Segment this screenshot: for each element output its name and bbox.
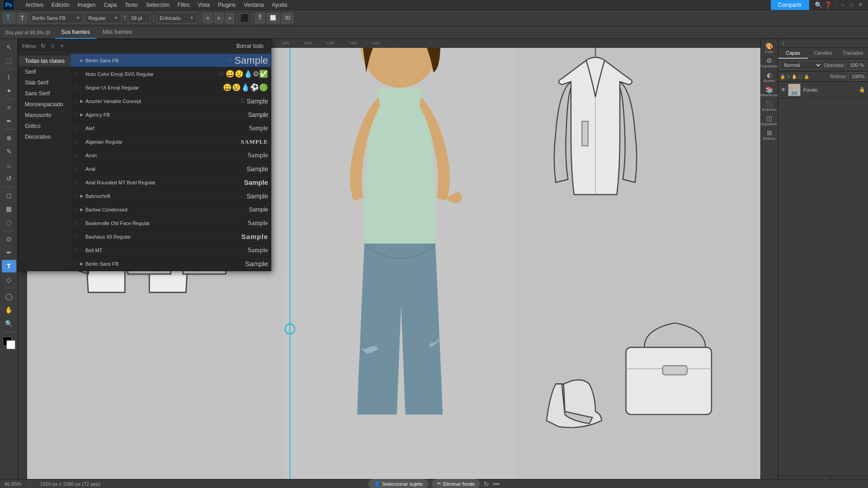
close-btn[interactable]: ✕ — [857, 1, 864, 9]
font-row-algerian[interactable]: ☆ Algerian Regular SAMPLE — [71, 135, 271, 149]
menu-imagen[interactable]: Imagen — [74, 0, 99, 9]
gradient-tool[interactable]: ▦ — [2, 202, 16, 215]
lock-artboard-btn[interactable]: ⬡ — [798, 74, 802, 79]
character-panel-btn[interactable]: ⬜ — [267, 13, 279, 23]
properties-panel-icon[interactable]: ⚙ Propiedades — [763, 56, 776, 69]
type-tool[interactable]: T — [2, 260, 16, 272]
menu-vista[interactable]: Vista — [194, 0, 213, 9]
info-noto[interactable]: ⓘ — [219, 70, 224, 77]
cat-decorativo[interactable]: Decorativo — [19, 131, 71, 142]
refresh-filter-icon[interactable]: ↻ — [40, 42, 47, 50]
tool-preset-btn[interactable]: T — [3, 13, 15, 23]
blur-tool[interactable]: ◌ — [2, 216, 16, 229]
pen-tool[interactable]: ✒ — [2, 246, 16, 259]
align-center-btn[interactable]: ≡ — [214, 13, 223, 23]
font-row-amiri[interactable]: ☆ Amiri Sample — [71, 149, 271, 162]
adjustments-panel-icon[interactable]: ◐ Ajustes — [763, 70, 776, 83]
font-row-bahnschrift[interactable]: ☆ ▶ Bahnschrift Sample — [71, 189, 271, 203]
menu-ayuda[interactable]: Ayuda — [268, 0, 291, 9]
arrow-barlow[interactable]: ▶ — [80, 207, 84, 212]
brush-tool[interactable]: ✎ — [2, 145, 16, 158]
cat-mono[interactable]: Monoespaciado — [19, 99, 71, 110]
hand-tool[interactable]: ✋ — [2, 304, 16, 316]
star-acumin[interactable]: ☆ — [73, 98, 78, 104]
menu-filtro[interactable]: Filtro — [174, 0, 193, 9]
star-amiri[interactable]: ☆ — [73, 152, 78, 159]
remove-bg-btn[interactable]: ✂ Eliminar fondo — [432, 479, 480, 488]
warp-text-btn[interactable]: T̃ — [255, 13, 265, 23]
font-row-arial-rounded[interactable]: ☆ Arial Rounded MT Bold Regular Sample — [71, 176, 271, 189]
anti-alias-selector[interactable]: Enfocado ▼ — [156, 13, 197, 23]
star-arial[interactable]: ☆ — [73, 166, 78, 172]
share-button[interactable]: Compartir — [771, 0, 809, 11]
cat-gotico[interactable]: Gótico — [19, 121, 71, 131]
eraser-tool[interactable]: ◻ — [2, 189, 16, 202]
menu-seleccion[interactable]: Selección — [142, 0, 173, 9]
menu-edicion[interactable]: Edición — [48, 0, 73, 9]
star-baskerville[interactable]: ☆ — [73, 220, 78, 226]
align-right-btn[interactable]: ≡ — [225, 13, 234, 23]
opacity-input[interactable] — [846, 61, 866, 70]
star-segoe[interactable]: ☆ — [73, 84, 78, 91]
color-swatches[interactable] — [2, 336, 16, 350]
font-row-agency[interactable]: ☆ ▶ Agency FB Sample — [71, 108, 271, 122]
spot-heal-tool[interactable]: ⊕ — [2, 131, 16, 144]
layer-item-fondo[interactable]: 👁 Fondo 🔒 — [778, 82, 868, 98]
font-family-selector[interactable]: Berlin Sans FB ▼ — [29, 13, 84, 23]
tab-sus-fuentes[interactable]: Sus fuentes — [55, 26, 96, 39]
font-style-selector[interactable]: Regular ▼ — [85, 13, 122, 23]
layer-visibility-fondo[interactable]: 👁 — [781, 87, 786, 93]
font-row-barlow[interactable]: ☆ ▶ Barlow Condensed Sample — [71, 203, 271, 216]
cat-slab[interactable]: Slab Serif — [19, 77, 71, 88]
select-subject-btn[interactable]: 👤 Seleccionar sujeto — [368, 479, 428, 488]
patterns-panel-icon[interactable]: ⊞ Motivos — [763, 128, 776, 141]
menu-texto[interactable]: Texto — [121, 0, 142, 9]
tab-mas-fuentes[interactable]: Más fuentes — [96, 26, 138, 39]
maximize-btn[interactable]: □ — [848, 1, 855, 9]
cat-manuscrito[interactable]: Manuscrito — [19, 110, 71, 121]
cat-sans[interactable]: Sans Serif — [19, 88, 71, 99]
arrow-bahnschrift[interactable]: ▶ — [80, 193, 84, 198]
context-rotate-icon[interactable]: ↻ — [484, 480, 489, 488]
history-brush-tool[interactable]: ↺ — [2, 172, 16, 185]
menu-capa[interactable]: Capa — [100, 0, 120, 9]
star-bauhaus[interactable]: ☆ — [73, 234, 78, 240]
clear-filters-btn[interactable]: Borrar todo — [233, 42, 267, 50]
font-row-bauhaus[interactable]: ☆ Bauhaus 93 Regular Sample — [71, 230, 271, 244]
move-tool[interactable]: ↖ — [2, 41, 16, 53]
tab-trazados[interactable]: Trazados — [838, 48, 868, 59]
tab-canales[interactable]: Canales — [808, 48, 838, 59]
panel-collapse-arrow[interactable]: 《 — [780, 40, 866, 47]
star-barlow[interactable]: ☆ — [73, 206, 78, 213]
star-arial-rounded[interactable]: ☆ — [73, 179, 78, 186]
blend-mode-select[interactable]: Normal — [780, 61, 822, 70]
menu-archivo[interactable]: Archivo — [22, 0, 47, 9]
star-algerian[interactable]: ☆ — [73, 139, 78, 145]
orientation-btn[interactable]: T — [17, 13, 28, 23]
search-icon[interactable]: 🔍 — [815, 1, 822, 9]
font-row-acumin[interactable]: ☆ ▶ Acumin Variable Concept ⓘ Sample — [71, 94, 271, 108]
star-bahnschrift[interactable]: ☆ — [73, 193, 78, 199]
star-berlin-top[interactable]: ☆ — [73, 57, 78, 64]
text-color-swatch[interactable] — [240, 14, 249, 23]
star-bellmt[interactable]: ☆ — [73, 247, 78, 253]
font-row-baskerville[interactable]: ☆ Baskerville Old Face Regular Sample — [71, 216, 271, 230]
shape-tool[interactable]: ◯ — [2, 290, 16, 303]
tab-capas[interactable]: Capas — [778, 48, 808, 59]
font-row-berlin-sans-fb-header[interactable]: ☆ ▶ Berlin Sans FB ⓘ Sample — [71, 54, 271, 67]
font-row-bellmt[interactable]: ☆ Bell MT Sample — [71, 244, 271, 257]
dodge-tool[interactable]: ⊙ — [2, 233, 16, 245]
font-row-noto-emoji[interactable]: ☆ Noto Color Emoji SVG Regular ⓘ 😀😟💧⚙✅ — [71, 67, 271, 81]
star-agency[interactable]: ☆ — [73, 112, 78, 118]
fill-input[interactable] — [848, 72, 866, 80]
eyedropper-tool[interactable]: ✒ — [2, 115, 16, 127]
cat-serif[interactable]: Serif — [19, 66, 71, 77]
swatches-panel-icon[interactable]: ⬛ Muestras — [763, 99, 776, 112]
color-panel-icon[interactable]: 🎨 Color — [763, 42, 776, 54]
minimize-btn[interactable]: ─ — [840, 1, 847, 9]
font-row-segoe-emoji[interactable]: ☆ Segoe UI Emoji Regular 😀😢💧⚽🟢 — [71, 81, 271, 94]
layer-lock-fondo[interactable]: 🔒 — [859, 87, 865, 93]
magic-wand-tool[interactable]: ✦ — [2, 84, 16, 97]
gradients-panel-icon[interactable]: ◫ Degradados — [763, 114, 776, 127]
font-size-selector[interactable]: 58 pt — [128, 13, 151, 23]
